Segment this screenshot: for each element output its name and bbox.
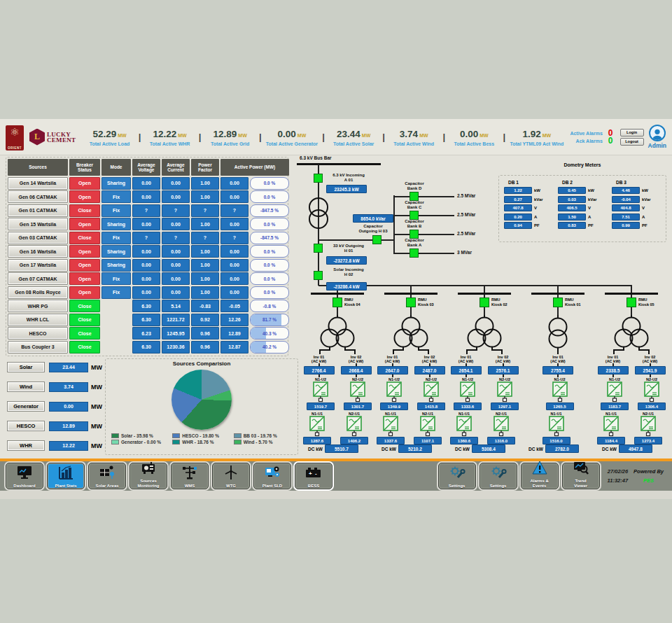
legend-text: WHR - 18.76 % — [182, 440, 214, 444]
sources-monitoring-icon — [140, 460, 157, 479]
stat-unit: MW — [178, 133, 186, 138]
legend-item-generator: Generator - 0.00 % — [111, 440, 169, 444]
meter-value: 1.50 — [558, 214, 586, 220]
taskbar-button-dashboard[interactable]: Dashboard — [6, 463, 43, 489]
avg-current-cell: 5.14 — [162, 300, 190, 312]
taskbar-button-solar-areas[interactable]: Solar Areas — [88, 463, 126, 489]
taskbar-button-trend-viewer[interactable]: TrendViewer — [562, 463, 600, 489]
breaker-status[interactable]: Close — [69, 204, 100, 217]
powered-by-brand: PES — [634, 476, 664, 485]
source-button[interactable]: Gen 17 Wartsila — [8, 259, 68, 272]
meter-value: 0.45 — [558, 187, 586, 194]
source-button[interactable]: Gen 16 Wartsila — [8, 245, 68, 258]
power-factor-cell: 1.00 — [191, 245, 219, 258]
kiosk-branches: Inv 01(AC kW) 2654.1 N1-U2 1333.6 N1-U1 … — [449, 355, 520, 444]
inverter-branch: Inv 02(AC kW) 2487.0 N2-U2 1415.8 N2-U1 … — [412, 355, 447, 444]
breaker-status[interactable]: Close — [69, 300, 100, 312]
breaker-status[interactable]: Close — [69, 341, 100, 354]
source-button[interactable]: Gen 08 Rolls Royce — [8, 286, 68, 299]
total-unit: MW — [91, 384, 102, 391]
unit-dc-value: 1406.2 — [340, 437, 368, 444]
dc-kw-label: DC kW — [455, 447, 470, 451]
rmu-breaker[interactable] — [406, 298, 416, 307]
rmu-breaker[interactable] — [479, 298, 489, 307]
total-label-button[interactable]: HESCO — [7, 421, 45, 431]
user-badge[interactable]: Admin — [648, 125, 666, 149]
bank-breaker[interactable] — [410, 248, 419, 258]
taskbar-button-settings[interactable]: Settings — [479, 463, 517, 489]
breaker-status[interactable]: Open — [69, 259, 100, 272]
incoming-kw-value: 23245.3 kW — [326, 185, 367, 193]
total-label-button[interactable]: WHR — [7, 440, 45, 451]
taskbar-button-wms[interactable]: WMS — [171, 463, 209, 489]
taskbar-button-label: Dashboard — [13, 484, 35, 489]
taskbar-button-plant-sld[interactable]: Plant SLD — [253, 463, 291, 489]
total-label-button[interactable]: Solar — [7, 362, 45, 372]
orient-logo: ⚛ ORIENT — [6, 125, 24, 150]
breaker-status[interactable]: Open — [69, 286, 100, 299]
breaker-status[interactable]: Open — [69, 245, 100, 258]
taskbar-button-settings[interactable]: Settings — [438, 463, 476, 489]
stat-value: 3.74 — [400, 129, 418, 139]
inverter-icon — [346, 416, 362, 437]
total-unit: MW — [91, 364, 102, 371]
source-button[interactable]: Gen 15 Wartsila — [8, 218, 68, 230]
source-button[interactable]: WHR PG — [8, 300, 68, 312]
power-factor-cell: 1.00 — [191, 218, 219, 230]
solar-incoming-breaker[interactable] — [314, 271, 323, 280]
mode-cell: Fix — [102, 272, 131, 285]
breaker-status[interactable]: Close — [69, 327, 100, 340]
taskbar-button-label: BESS — [308, 484, 319, 489]
total-label-button[interactable]: Wind — [7, 382, 45, 392]
taskbar-button-label: Solar Areas — [95, 484, 118, 489]
rmu-breaker[interactable] — [332, 298, 342, 307]
avg-voltage-cell: ? — [132, 232, 160, 244]
total-value: 23.44 — [49, 363, 88, 372]
incoming-breaker[interactable] — [314, 174, 323, 183]
rmu-label2: Kiosk 01 — [565, 302, 581, 307]
total-label-button[interactable]: Generator — [7, 401, 45, 412]
power-factor-cell: -0.83 — [191, 300, 219, 312]
breaker-status[interactable]: Open — [69, 218, 100, 230]
source-button[interactable]: Bus Coupler 3 — [8, 341, 68, 354]
active-power-bar: 81.7 % — [250, 314, 289, 326]
rmu-breaker[interactable] — [553, 298, 563, 307]
inverter-icon — [497, 382, 512, 402]
taskbar-button-sources-monitoring[interactable]: SourcesMonitoring — [130, 463, 167, 489]
breaker-status[interactable]: Open — [69, 190, 100, 203]
logout-button[interactable]: Logout — [620, 138, 644, 146]
bank-rating: 2.5 MVar — [457, 193, 475, 198]
stat-total-active-grid: 12.89MWTotal Active Grid — [206, 127, 255, 146]
time-text: 11:32:47 — [608, 476, 628, 485]
meter-name: DB 1 — [508, 180, 553, 185]
stat-separator: | — [382, 132, 386, 142]
avg-voltage-cell: 6.30 — [132, 300, 160, 312]
source-button[interactable]: Gen 01 CATMAK — [8, 204, 68, 217]
source-button[interactable]: Gen 03 CATMAK — [8, 232, 68, 244]
active-power-cell: 0.00 — [220, 177, 248, 190]
power-factor-cell: 1.00 — [191, 259, 219, 272]
outgoing-breaker[interactable] — [314, 244, 323, 253]
source-button[interactable]: Gen 07 CATMAK — [8, 272, 68, 285]
breaker-status[interactable]: Open — [69, 177, 100, 190]
source-button[interactable]: WHR LCL — [8, 314, 68, 326]
taskbar-button-alarms-events[interactable]: Alarms &Events — [521, 463, 559, 489]
legend-swatch — [234, 440, 241, 444]
transformer-3w-icon — [612, 315, 651, 354]
breaker-status[interactable]: Open — [69, 272, 100, 285]
meter-unit: kVar — [534, 197, 543, 202]
table-row: HESCOClose6.231245.950.9612.8940.3 % — [8, 327, 286, 340]
source-button[interactable]: HESCO — [8, 327, 68, 340]
transformer-3w-icon — [391, 315, 430, 354]
meter-value: 0.20 — [504, 214, 532, 220]
source-button[interactable]: Gen 06 CATMAK — [8, 190, 68, 203]
capacitor-breaker[interactable] — [372, 235, 382, 244]
source-button[interactable]: Gen 14 Wartsila — [8, 177, 68, 190]
taskbar-button-wtg[interactable]: WTG — [212, 463, 250, 489]
taskbar-button-bess[interactable]: +-BESS — [295, 463, 332, 489]
login-button[interactable]: Login — [620, 129, 644, 136]
breaker-status[interactable]: Close — [69, 232, 100, 244]
taskbar-button-plant-stats[interactable]: Plant Stats — [47, 463, 85, 489]
breaker-status[interactable]: Close — [69, 314, 100, 326]
rmu-breaker[interactable] — [626, 298, 636, 307]
